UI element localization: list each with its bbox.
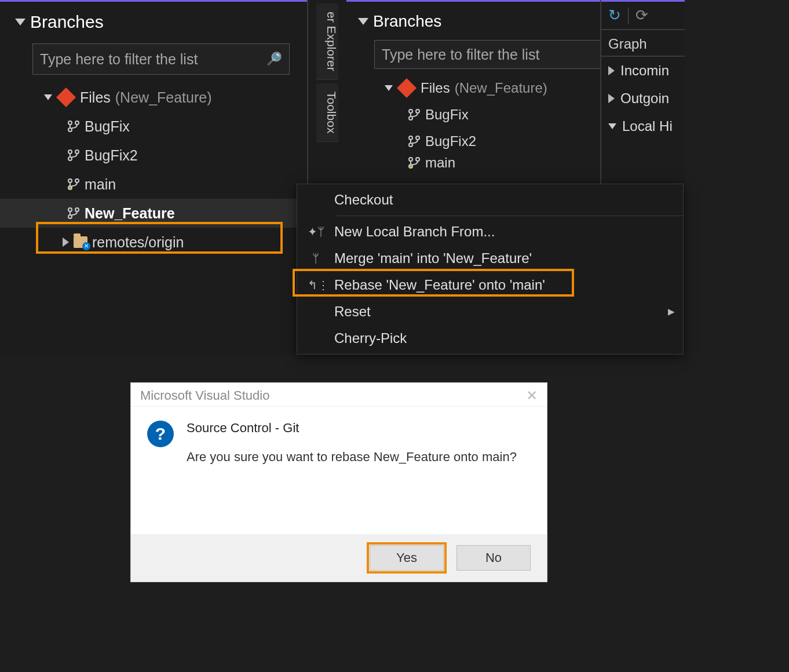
branch-label: New_Feature <box>85 205 175 222</box>
collapse-icon <box>15 19 25 25</box>
expand-icon <box>608 94 615 103</box>
svg-point-2 <box>75 121 79 125</box>
svg-point-11 <box>75 208 79 211</box>
tab-toolbox[interactable]: Toolbox <box>316 83 338 142</box>
branch-tree: Files (New_Feature) BugFix BugFix2 main … <box>0 83 307 257</box>
svg-point-12 <box>409 109 412 113</box>
graph-header[interactable]: Graph <box>601 29 685 57</box>
filter-box[interactable]: 🔍 <box>32 43 290 75</box>
submenu-arrow-icon: ▶ <box>668 306 675 317</box>
folder-icon: ✕ <box>74 236 87 248</box>
menu-reset[interactable]: Reset ▶ <box>297 298 683 325</box>
remotes-node[interactable]: ✕ remotes/origin <box>32 228 307 257</box>
svg-point-1 <box>68 128 72 132</box>
close-button[interactable]: ✕ <box>526 388 538 404</box>
outgoing-section[interactable]: Outgoin <box>601 85 685 112</box>
menu-label: Rebase 'New_Feature' onto 'main' <box>334 277 545 293</box>
collapse-icon <box>608 123 616 129</box>
svg-point-6 <box>68 179 72 182</box>
branch-label: BugFix2 <box>425 133 476 149</box>
panel-title: Branches <box>30 12 104 32</box>
question-icon: ? <box>147 421 174 447</box>
dialog-text: Source Control - Git Are you sure you wa… <box>187 421 517 465</box>
branch-label: main <box>425 155 455 171</box>
git-icon <box>397 78 417 98</box>
section-label: Incomin <box>620 63 669 79</box>
current-branch: (New_Feature) <box>455 80 547 96</box>
branches-panel-left: Branches 🔍 Files (New_Feature) BugFix Bu… <box>0 0 307 355</box>
search-icon[interactable]: 🔍 <box>266 52 282 67</box>
branch-bugfix[interactable]: BugFix <box>32 112 307 141</box>
dialog-titlebar: Microsoft Visual Studio ✕ <box>131 383 547 407</box>
branch-icon <box>67 207 80 220</box>
branch-icon <box>408 135 421 148</box>
dialog-heading: Source Control - Git <box>187 421 517 436</box>
branch-context-menu: Checkout ✦ᛘ New Local Branch From... ᛘ M… <box>297 184 684 355</box>
dialog-body: ? Source Control - Git Are you sure you … <box>131 407 547 470</box>
svg-point-4 <box>68 157 72 160</box>
svg-point-13 <box>409 116 412 120</box>
repo-label: Files <box>80 89 111 106</box>
branch-new-feature[interactable]: New_Feature <box>0 199 307 228</box>
section-label: Outgoin <box>620 90 669 107</box>
menu-separator <box>337 216 683 216</box>
tab-server-explorer[interactable]: er Explorer <box>316 3 338 80</box>
branch-label: BugFix <box>85 118 130 135</box>
incoming-section[interactable]: Incomin <box>601 57 685 85</box>
panel-title: Branches <box>373 12 441 31</box>
branch-icon <box>67 178 80 191</box>
svg-point-20 <box>416 158 419 161</box>
yes-button[interactable]: Yes <box>370 545 444 571</box>
merge-icon: ᛘ <box>308 252 324 265</box>
dialog-message: Are you sure you want to rebase New_Feat… <box>187 450 517 465</box>
branch-icon <box>408 156 421 169</box>
branch-icon <box>408 108 421 121</box>
dialog-title: Microsoft Visual Studio <box>140 388 269 403</box>
svg-point-3 <box>68 150 72 154</box>
branch-label: main <box>85 176 116 193</box>
local-history-section[interactable]: Local Hi <box>601 112 685 140</box>
branch-main[interactable]: main <box>32 170 307 199</box>
menu-label: Cherry-Pick <box>334 330 407 346</box>
svg-point-0 <box>68 121 72 125</box>
repo-label: Files <box>421 80 450 96</box>
filter-input[interactable] <box>40 51 266 68</box>
svg-point-5 <box>75 150 79 154</box>
branch-bugfix2[interactable]: BugFix2 <box>32 141 307 170</box>
fetch-button[interactable]: ⟳ <box>632 6 652 25</box>
svg-point-10 <box>68 215 72 218</box>
collapse-icon <box>358 18 368 25</box>
confirm-rebase-dialog: Microsoft Visual Studio ✕ ? Source Contr… <box>130 382 547 582</box>
svg-point-9 <box>68 208 72 211</box>
expand-icon <box>44 94 52 100</box>
git-icon <box>56 87 76 107</box>
menu-merge[interactable]: ᛘ Merge 'main' into 'New_Feature' <box>297 245 683 272</box>
expand-icon <box>608 66 615 75</box>
repo-node[interactable]: Files (New_Feature) <box>32 83 307 112</box>
new-branch-icon: ✦ᛘ <box>308 225 324 239</box>
branch-label: BugFix <box>425 107 469 123</box>
svg-point-8 <box>75 179 79 182</box>
menu-checkout[interactable]: Checkout <box>297 187 683 213</box>
separator <box>628 8 629 24</box>
menu-label: Merge 'main' into 'New_Feature' <box>334 250 532 266</box>
no-button[interactable]: No <box>456 545 531 571</box>
panel-header[interactable]: Branches <box>0 2 307 39</box>
menu-rebase[interactable]: ↰⋮ Rebase 'New_Feature' onto 'main' <box>297 272 683 298</box>
dialog-button-bar: Yes No <box>131 534 547 582</box>
remotes-label: remotes/origin <box>92 234 184 251</box>
expand-icon <box>63 238 69 247</box>
svg-point-7 <box>68 186 72 189</box>
menu-cherry-pick[interactable]: Cherry-Pick <box>297 325 683 352</box>
svg-point-15 <box>409 136 412 140</box>
rebase-icon: ↰⋮ <box>308 278 324 292</box>
refresh-button[interactable]: ↻ <box>605 6 624 25</box>
section-label: Local Hi <box>622 118 673 134</box>
svg-point-16 <box>409 143 412 147</box>
history-toolbar: ↻ ⟳ <box>601 0 685 29</box>
menu-label: Checkout <box>334 192 393 208</box>
menu-label: New Local Branch From... <box>334 224 495 240</box>
branch-label: BugFix2 <box>85 147 138 164</box>
menu-new-branch[interactable]: ✦ᛘ New Local Branch From... <box>297 218 683 245</box>
branch-icon <box>67 120 80 133</box>
